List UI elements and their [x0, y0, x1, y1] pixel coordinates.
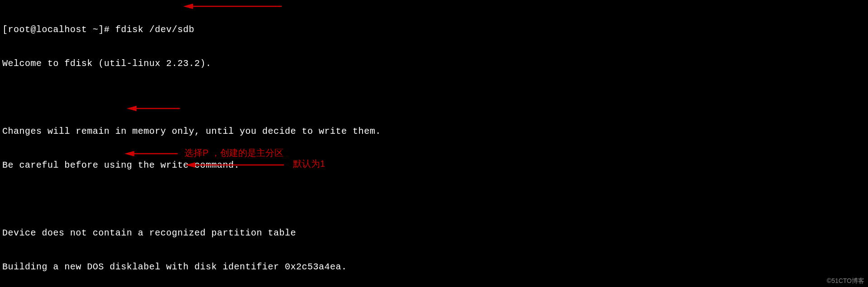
annotation-text: 选择P ，创建的是主分区	[184, 147, 283, 159]
watermark: ©51CTO博客	[827, 277, 864, 285]
annotation-default-one: 默认为1	[293, 158, 325, 169]
annotation-text: 默认为1	[293, 158, 325, 169]
terminal-line: Welcome to fdisk (util-linux 2.23.2).	[2, 58, 866, 69]
terminal-line: [root@localhost ~]# fdisk /dev/sdb	[2, 24, 866, 35]
annotation-select-primary: 选择P ，创建的是主分区	[184, 147, 283, 159]
terminal-line	[2, 92, 866, 103]
terminal-line: Be careful before using the write comman…	[2, 160, 866, 171]
terminal-line: Device does not contain a recognized par…	[2, 227, 866, 239]
terminal-line	[2, 193, 866, 205]
terminal-line: Building a new DOS disklabel with disk i…	[2, 261, 866, 273]
terminal-output[interactable]: [root@localhost ~]# fdisk /dev/sdb Welco…	[2, 1, 866, 287]
terminal-line: Changes will remain in memory only, unti…	[2, 126, 866, 137]
